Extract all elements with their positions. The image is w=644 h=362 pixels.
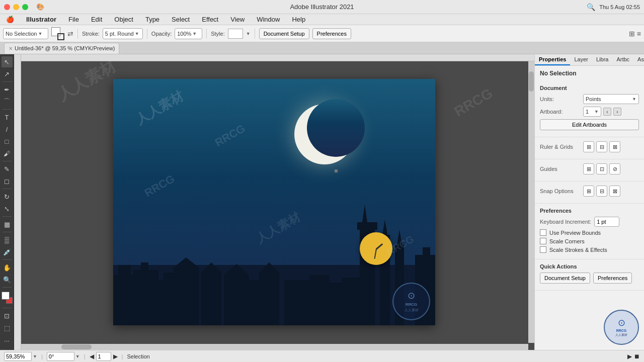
rotate-tool-icon[interactable]: ↻ <box>2 191 13 202</box>
stroke-chevron-icon: ▼ <box>135 31 139 36</box>
color-selector[interactable] <box>51 27 64 40</box>
menu-help[interactable]: Help <box>290 16 307 23</box>
search-icon[interactable]: 🔍 <box>587 3 595 11</box>
menu-select[interactable]: Select <box>170 16 192 23</box>
curvature-tool-icon[interactable]: ⌒ <box>2 96 13 107</box>
fill-swatch[interactable] <box>2 292 10 300</box>
scrollbar-thumb-vertical[interactable] <box>529 71 534 92</box>
ruler-grids-icons: ⊞ ⊟ ⊠ <box>583 141 620 152</box>
stroke-label: Stroke: <box>82 31 100 37</box>
apple-menu[interactable]: 🍎 <box>4 16 16 23</box>
artwork-canvas[interactable]: 人人素材 RRCG RRCG 人人素材 RRCG <box>113 79 435 325</box>
arrange-icon[interactable]: ≡ <box>637 30 641 38</box>
quick-preferences-button[interactable]: Preferences <box>593 273 632 284</box>
artboard-tool-icon[interactable]: ⬚ <box>2 322 13 333</box>
menu-object[interactable]: Object <box>112 16 135 23</box>
stop-icon[interactable]: ⏹ <box>634 353 640 360</box>
ruler-grid-icon-1[interactable]: ⊞ <box>583 141 594 152</box>
menu-view[interactable]: View <box>228 16 247 23</box>
menu-file[interactable]: File <box>66 16 81 23</box>
edit-artboards-button[interactable]: Edit Artboards <box>540 119 639 130</box>
zoom-tool-icon[interactable]: 🔍 <box>2 274 13 285</box>
scrollbar-thumb-horizontal[interactable] <box>61 344 92 349</box>
menu-effect[interactable]: Effect <box>200 16 220 23</box>
color-swatch[interactable] <box>2 292 13 304</box>
opacity-selector[interactable]: 100% ▼ <box>175 28 202 39</box>
swap-colors-icon[interactable]: ⊡ <box>2 310 13 321</box>
hand-tool-icon[interactable]: ✋ <box>2 262 13 273</box>
panel-rrcg-logo: ⊙ RRCG 人人素材 <box>535 305 644 350</box>
scrollbar-vertical[interactable] <box>528 61 534 343</box>
guides-row: Guides ⊞ ⊡ ⊘ <box>540 163 639 174</box>
close-button[interactable] <box>4 4 10 10</box>
line-tool-icon[interactable]: / <box>2 124 13 135</box>
use-preview-bounds-checkbox[interactable] <box>540 229 546 236</box>
tool-separator-4 <box>3 189 12 189</box>
style-selector[interactable] <box>228 29 243 39</box>
text-tool-icon[interactable]: T <box>2 112 13 123</box>
svg-rect-12 <box>357 222 377 230</box>
tab-layer[interactable]: Layer <box>570 54 592 65</box>
selection-tool-icon[interactable]: ↖ <box>2 56 13 67</box>
main-content: ↖ ↗ ✒ ⌒ T / □ 🖌 ✎ ◻ ↻ ⤡ ▦ ▒ 💉 ✋ 🔍 ⊡ ⬚ ·· <box>0 54 644 350</box>
document-tab[interactable]: ✕ Untitled-36* @ 59,35 % (CMYK/Preview) <box>4 43 119 54</box>
artboard-prev-button[interactable]: ‹ <box>603 108 611 116</box>
pencil-tool-icon[interactable]: ✎ <box>2 163 13 174</box>
stroke-color[interactable] <box>57 33 64 40</box>
tab-libra[interactable]: Libra <box>592 54 612 65</box>
tab-asset[interactable]: Asset <box>633 54 644 65</box>
scale-strokes-checkbox[interactable] <box>540 246 546 253</box>
ruler-grid-icon-2[interactable]: ⊟ <box>596 141 607 152</box>
snap-icon-2[interactable]: ⊟ <box>596 186 607 197</box>
grid-view-icon[interactable]: ⊞ <box>629 30 635 38</box>
pen-tool-icon[interactable]: ✒ <box>2 84 13 95</box>
rotation-control[interactable]: ▼ <box>47 352 80 361</box>
guides-icon-3[interactable]: ⊘ <box>609 163 620 174</box>
preferences-toolbar-button[interactable]: Preferences <box>312 28 351 39</box>
snap-icon-1[interactable]: ⊞ <box>583 186 594 197</box>
guides-icon-2[interactable]: ⊡ <box>596 163 607 174</box>
guides-icon-1[interactable]: ⊞ <box>583 163 594 174</box>
document-setup-button[interactable]: Document Setup <box>259 28 309 39</box>
page-input[interactable] <box>96 352 111 361</box>
gradient-tool-icon[interactable]: ▒ <box>2 234 13 245</box>
eyedropper-tool-icon[interactable]: 💉 <box>2 246 13 257</box>
snap-icon-3[interactable]: ⊠ <box>609 186 620 197</box>
tab-close-icon[interactable]: ✕ <box>9 46 13 51</box>
menu-type[interactable]: Type <box>143 16 162 23</box>
zoom-control[interactable]: ▼ <box>4 352 37 361</box>
quick-document-setup-button[interactable]: Document Setup <box>540 273 590 284</box>
rotation-input[interactable] <box>47 352 74 361</box>
more-tools-icon[interactable]: ··· <box>2 335 13 346</box>
tab-properties[interactable]: Properties <box>535 54 570 65</box>
zoom-input[interactable] <box>4 352 32 361</box>
play-icon[interactable]: ▶ <box>627 353 632 360</box>
menu-edit[interactable]: Edit <box>89 16 104 23</box>
menu-illustrator[interactable]: Illustrator <box>24 16 58 23</box>
artboard-next-button[interactable]: › <box>613 108 621 116</box>
menu-window[interactable]: Window <box>255 16 282 23</box>
paintbrush-tool-icon[interactable]: 🖌 <box>2 148 13 159</box>
stroke-weight-selector[interactable]: 5 pt. Round ▼ <box>103 28 143 39</box>
scrollbar-horizontal[interactable] <box>21 344 528 350</box>
ruler-grid-icon-3[interactable]: ⊠ <box>609 141 620 152</box>
maximize-button[interactable] <box>22 4 28 10</box>
canvas-area[interactable]: 人人素材 RRCG 人人素材 RRCG RRCG 人人素材 RRCG <box>14 54 534 350</box>
scale-tool-icon[interactable]: ⤡ <box>2 203 13 214</box>
minimize-button[interactable] <box>13 4 19 10</box>
shape-tool-icon[interactable]: □ <box>2 136 13 147</box>
direct-selection-tool-icon[interactable]: ↗ <box>2 68 13 79</box>
eraser-tool-icon[interactable]: ◻ <box>2 175 13 187</box>
scale-corners-checkbox[interactable] <box>540 238 546 244</box>
chart-tool-icon[interactable]: ▦ <box>2 219 13 230</box>
page-next-icon[interactable]: ▶ <box>113 353 118 360</box>
units-dropdown[interactable]: Points ▼ <box>583 94 639 104</box>
selection-indicator[interactable]: No Selection ▼ <box>3 28 48 39</box>
stroke-swap-icon[interactable]: ⇄ <box>67 30 73 38</box>
tab-artbc[interactable]: Artbc <box>612 54 633 65</box>
svg-rect-22 <box>244 280 259 325</box>
keyboard-increment-input[interactable] <box>594 217 619 227</box>
mac-window-controls[interactable] <box>4 4 28 10</box>
artboard-dropdown[interactable]: 1 ▼ <box>583 107 601 117</box>
page-prev-icon[interactable]: ◀ <box>90 353 94 360</box>
